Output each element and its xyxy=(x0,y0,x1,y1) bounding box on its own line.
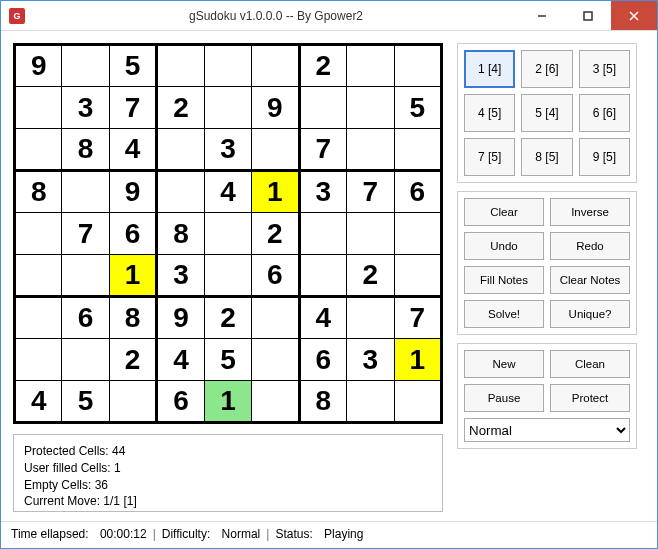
numpad-6[interactable]: 6 [6] xyxy=(579,94,630,132)
cell-6-2[interactable]: 8 xyxy=(109,297,156,339)
cell-4-7[interactable] xyxy=(347,213,394,255)
difficulty-select[interactable]: Normal xyxy=(464,418,630,442)
cell-5-3[interactable]: 3 xyxy=(157,255,204,297)
cell-1-0[interactable] xyxy=(15,87,62,129)
cell-7-7[interactable]: 3 xyxy=(347,339,394,381)
redo-button[interactable]: Redo xyxy=(550,232,630,260)
cell-4-3[interactable]: 8 xyxy=(157,213,204,255)
cell-0-8[interactable] xyxy=(394,45,442,87)
cell-6-8[interactable]: 7 xyxy=(394,297,442,339)
cell-5-1[interactable] xyxy=(62,255,109,297)
sudoku-board[interactable]: 9523729584378941376768213626892472456314… xyxy=(13,43,443,424)
cell-0-7[interactable] xyxy=(347,45,394,87)
cell-4-2[interactable]: 6 xyxy=(109,213,156,255)
protect-button[interactable]: Protect xyxy=(550,384,630,412)
cell-5-4[interactable] xyxy=(204,255,251,297)
cell-6-5[interactable] xyxy=(252,297,299,339)
cell-8-2[interactable] xyxy=(109,381,156,423)
cell-8-1[interactable]: 5 xyxy=(62,381,109,423)
cell-1-3[interactable]: 2 xyxy=(157,87,204,129)
cell-4-1[interactable]: 7 xyxy=(62,213,109,255)
cell-3-8[interactable]: 6 xyxy=(394,171,442,213)
cell-4-6[interactable] xyxy=(299,213,346,255)
clear-button[interactable]: Clear xyxy=(464,198,544,226)
cell-1-8[interactable]: 5 xyxy=(394,87,442,129)
cell-5-2[interactable]: 1 xyxy=(109,255,156,297)
cell-5-5[interactable]: 6 xyxy=(252,255,299,297)
cell-7-1[interactable] xyxy=(62,339,109,381)
numpad-2[interactable]: 2 [6] xyxy=(521,50,572,88)
cell-0-0[interactable]: 9 xyxy=(15,45,62,87)
clear-notes-button[interactable]: Clear Notes xyxy=(550,266,630,294)
numpad-4[interactable]: 4 [5] xyxy=(464,94,515,132)
cell-8-3[interactable]: 6 xyxy=(157,381,204,423)
cell-4-5[interactable]: 2 xyxy=(252,213,299,255)
cell-1-7[interactable] xyxy=(347,87,394,129)
maximize-button[interactable] xyxy=(565,1,611,30)
cell-1-6[interactable] xyxy=(299,87,346,129)
cell-7-4[interactable]: 5 xyxy=(204,339,251,381)
cell-3-0[interactable]: 8 xyxy=(15,171,62,213)
cell-3-7[interactable]: 7 xyxy=(347,171,394,213)
pause-button[interactable]: Pause xyxy=(464,384,544,412)
cell-1-5[interactable]: 9 xyxy=(252,87,299,129)
cell-6-0[interactable] xyxy=(15,297,62,339)
fill-notes-button[interactable]: Fill Notes xyxy=(464,266,544,294)
cell-2-4[interactable]: 3 xyxy=(204,129,251,171)
cell-6-1[interactable]: 6 xyxy=(62,297,109,339)
cell-7-3[interactable]: 4 xyxy=(157,339,204,381)
cell-5-8[interactable] xyxy=(394,255,442,297)
numpad-1[interactable]: 1 [4] xyxy=(464,50,515,88)
cell-2-8[interactable] xyxy=(394,129,442,171)
numpad-5[interactable]: 5 [4] xyxy=(521,94,572,132)
undo-button[interactable]: Undo xyxy=(464,232,544,260)
numpad-8[interactable]: 8 [5] xyxy=(521,138,572,176)
cell-1-1[interactable]: 3 xyxy=(62,87,109,129)
cell-2-1[interactable]: 8 xyxy=(62,129,109,171)
cell-8-4[interactable]: 1 xyxy=(204,381,251,423)
cell-3-5[interactable]: 1 xyxy=(252,171,299,213)
solve--button[interactable]: Solve! xyxy=(464,300,544,328)
cell-2-2[interactable]: 4 xyxy=(109,129,156,171)
cell-8-5[interactable] xyxy=(252,381,299,423)
cell-6-6[interactable]: 4 xyxy=(299,297,346,339)
cell-8-8[interactable] xyxy=(394,381,442,423)
numpad-7[interactable]: 7 [5] xyxy=(464,138,515,176)
clean-button[interactable]: Clean xyxy=(550,350,630,378)
cell-7-6[interactable]: 6 xyxy=(299,339,346,381)
cell-0-1[interactable] xyxy=(62,45,109,87)
cell-2-0[interactable] xyxy=(15,129,62,171)
cell-8-0[interactable]: 4 xyxy=(15,381,62,423)
cell-6-3[interactable]: 9 xyxy=(157,297,204,339)
cell-7-2[interactable]: 2 xyxy=(109,339,156,381)
cell-0-4[interactable] xyxy=(204,45,251,87)
numpad-3[interactable]: 3 [5] xyxy=(579,50,630,88)
cell-6-7[interactable] xyxy=(347,297,394,339)
cell-7-5[interactable] xyxy=(252,339,299,381)
cell-1-4[interactable] xyxy=(204,87,251,129)
cell-2-7[interactable] xyxy=(347,129,394,171)
cell-3-3[interactable] xyxy=(157,171,204,213)
cell-3-6[interactable]: 3 xyxy=(299,171,346,213)
cell-5-6[interactable] xyxy=(299,255,346,297)
cell-4-4[interactable] xyxy=(204,213,251,255)
cell-8-7[interactable] xyxy=(347,381,394,423)
cell-7-8[interactable]: 1 xyxy=(394,339,442,381)
cell-5-7[interactable]: 2 xyxy=(347,255,394,297)
cell-3-4[interactable]: 4 xyxy=(204,171,251,213)
cell-3-1[interactable] xyxy=(62,171,109,213)
cell-1-2[interactable]: 7 xyxy=(109,87,156,129)
minimize-button[interactable] xyxy=(519,1,565,30)
cell-2-6[interactable]: 7 xyxy=(299,129,346,171)
cell-5-0[interactable] xyxy=(15,255,62,297)
cell-2-5[interactable] xyxy=(252,129,299,171)
cell-6-4[interactable]: 2 xyxy=(204,297,251,339)
close-button[interactable] xyxy=(611,1,657,30)
cell-3-2[interactable]: 9 xyxy=(109,171,156,213)
new-button[interactable]: New xyxy=(464,350,544,378)
cell-4-8[interactable] xyxy=(394,213,442,255)
cell-7-0[interactable] xyxy=(15,339,62,381)
cell-0-3[interactable] xyxy=(157,45,204,87)
cell-0-6[interactable]: 2 xyxy=(299,45,346,87)
cell-8-6[interactable]: 8 xyxy=(299,381,346,423)
